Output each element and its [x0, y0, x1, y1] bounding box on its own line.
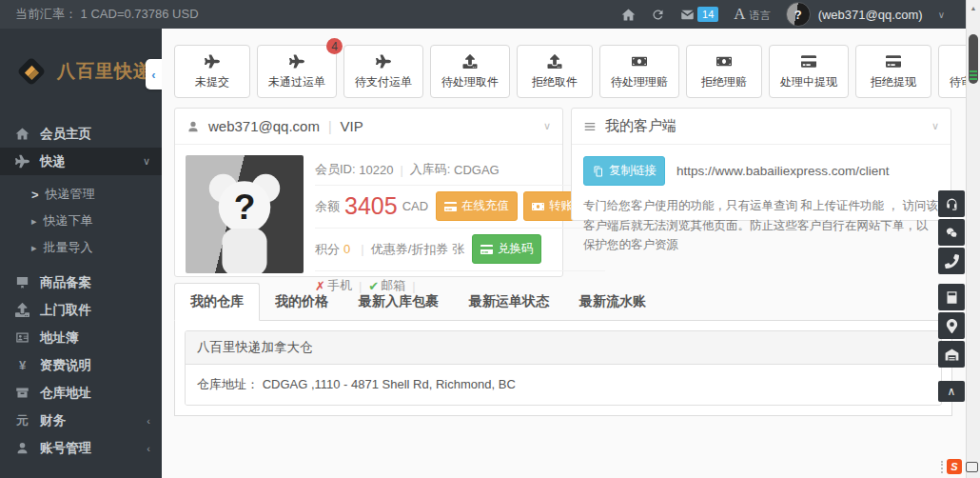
- sidebar-submenu: > 快递管理 ▸ 快递下单 ▸ 批量导入: [0, 175, 162, 269]
- quick-button-unpaid-waybill[interactable]: 待支付运单: [343, 45, 423, 98]
- user-icon: [186, 120, 200, 133]
- plane-icon: [289, 54, 304, 69]
- member-id-row: 会员ID: 10220 | 入库码: CDGAG: [315, 155, 605, 186]
- profile-avatar[interactable]: [186, 155, 304, 273]
- plane-icon: [376, 54, 391, 69]
- sidebar-item-pickup[interactable]: 上门取件: [0, 296, 162, 324]
- ime-drag-handle[interactable]: [941, 461, 943, 473]
- yuan-icon: ¥: [15, 358, 29, 372]
- sidebar-item-address-book[interactable]: 地址簿: [0, 324, 162, 351]
- sidebar-subitem-express-manage[interactable]: > 快递管理: [0, 181, 162, 208]
- client-panel-title: 我的客户端: [605, 117, 676, 135]
- messages-button[interactable]: 14: [680, 7, 718, 22]
- redeem-code-button[interactable]: 兑换码: [472, 234, 542, 264]
- main-content: 未提交 4 未通过运单 待支付运单 待处理取件 拒绝取件 待处理理赔: [162, 29, 966, 478]
- location-button[interactable]: [938, 312, 965, 339]
- calculator-icon: [945, 290, 959, 305]
- online-recharge-button[interactable]: 在线充值: [436, 191, 518, 221]
- sidebar-item-product-record[interactable]: 商品备案: [0, 269, 162, 296]
- quick-button-unsubmitted[interactable]: 未提交: [174, 45, 250, 98]
- sidebar-item-rates[interactable]: ¥ 资费说明: [0, 351, 162, 379]
- quick-button-label: 处理中提现: [780, 74, 837, 90]
- tab-my-warehouse[interactable]: 我的仓库: [174, 283, 260, 321]
- quick-button-pending-claim[interactable]: 待处理理赔: [599, 45, 679, 98]
- warehouse-box-icon: [15, 386, 29, 400]
- chevron-down-icon: ∨: [143, 155, 150, 168]
- sidebar-item-label: 财务: [40, 412, 66, 429]
- client-url[interactable]: https://www.babailiexpress.com/client: [676, 164, 890, 178]
- tab-latest-ledger[interactable]: 最新流水账: [564, 284, 661, 320]
- quick-status-bar: 未提交 4 未通过运单 待支付运单 待处理取件 拒绝取件 待处理理赔: [174, 45, 980, 98]
- arrow-right-icon: ▸: [31, 242, 37, 254]
- warehouse-icon: [945, 348, 959, 362]
- chevron-down-icon[interactable]: ∨: [931, 120, 939, 132]
- ime-toolbar: S: [941, 459, 978, 474]
- arrow-right-icon: ▸: [31, 215, 37, 228]
- sidebar: 八百里快递 会员主页 快递 ∨ > 快递管理 ▸ 快递下单: [0, 29, 162, 478]
- user-icon: [15, 441, 29, 455]
- currency-label: CAD: [402, 199, 428, 213]
- sidebar-item-finance[interactable]: 元 财务 ‹: [0, 407, 162, 434]
- wechat-icon: [945, 226, 959, 240]
- scrollbar-thumb[interactable]: [969, 34, 978, 84]
- sidebar-subitem-batch-import[interactable]: ▸ 批量导入: [0, 234, 162, 261]
- quick-button-processing-withdrawal[interactable]: 处理中提现: [769, 45, 849, 98]
- sidebar-item-member-home[interactable]: 会员主页: [0, 120, 162, 148]
- quick-button-rejected-claim[interactable]: 拒绝理赔: [686, 45, 762, 98]
- topbar: 当前汇率： 1 CAD=0.73786 USD 14 A 语言 ? (web37…: [0, 0, 966, 29]
- back-to-top-button[interactable]: ∧: [938, 381, 965, 402]
- ime-logo[interactable]: S: [947, 459, 962, 474]
- calculator-button[interactable]: [938, 284, 965, 310]
- warehouse-address-value: CDGAG ,1110 - 4871 Shell Rd, Richmond, B…: [263, 377, 516, 391]
- tab-latest-waybill-status[interactable]: 最新运单状态: [454, 284, 564, 320]
- sidebar-item-warehouse-address[interactable]: 仓库地址: [0, 379, 162, 407]
- sidebar-item-label: 商品备案: [40, 274, 91, 291]
- wechat-button[interactable]: [938, 219, 965, 246]
- warehouse-name: 八百里快递加拿大仓: [186, 331, 941, 365]
- avatar[interactable]: ?: [786, 2, 811, 27]
- warehouse-button[interactable]: [938, 341, 965, 368]
- balance-value: 3405: [344, 194, 398, 218]
- ime-tool-icon[interactable]: [966, 462, 978, 472]
- sidebar-item-label: 资费说明: [40, 357, 91, 374]
- address-book-icon: [15, 330, 29, 345]
- points-value: 0: [343, 242, 350, 256]
- quick-button-rejected-withdrawal[interactable]: 拒绝提现: [855, 45, 931, 98]
- sidebar-item-account[interactable]: 账号管理 ‹: [0, 434, 162, 462]
- language-switcher[interactable]: A 语言: [734, 5, 770, 24]
- quick-button-rejected-waybill[interactable]: 4 未通过运单: [257, 45, 337, 98]
- upload-icon: [547, 54, 562, 69]
- tab-latest-inbound[interactable]: 最新入库包裹: [343, 284, 454, 320]
- customer-service-button[interactable]: [938, 190, 965, 217]
- scrollbar-up-arrow[interactable]: ▲: [967, 0, 980, 11]
- tab-my-prices[interactable]: 我的价格: [260, 284, 343, 320]
- quick-button-pending-pickup[interactable]: 待处理取件: [430, 45, 510, 98]
- phone-button[interactable]: [938, 248, 965, 274]
- tab-content: 八百里快递加拿大仓 仓库地址： CDGAG ,1110 - 4871 Shell…: [174, 320, 952, 416]
- brand-logo[interactable]: 八百里快递: [0, 29, 162, 93]
- scrollbar[interactable]: ▲: [966, 0, 980, 478]
- refresh-icon[interactable]: [651, 8, 665, 22]
- notification-badge: 4: [326, 38, 343, 54]
- chevron-down-icon[interactable]: ∨: [543, 120, 551, 132]
- exchange-rate-text: 当前汇率： 1 CAD=0.73786 USD: [15, 6, 199, 23]
- money-icon: [716, 54, 732, 69]
- plane-icon: [205, 54, 220, 69]
- sidebar-item-express[interactable]: 快递 ∨: [0, 148, 162, 175]
- sidebar-menu: 会员主页 快递 ∨ > 快递管理 ▸ 快递下单 ▸ 批量导入: [0, 120, 162, 462]
- topbar-username[interactable]: (web371@qq.com): [818, 8, 923, 22]
- sidebar-subitem-express-order[interactable]: ▸ 快递下单: [0, 208, 162, 234]
- copy-link-button[interactable]: 复制链接: [583, 156, 665, 186]
- certificate-icon: [15, 275, 29, 289]
- topbar-actions: 14 A 语言 ? (web371@qq.com) ∨: [621, 2, 945, 27]
- coupon-label: 优惠券/折扣券: [371, 241, 449, 258]
- home-icon[interactable]: [621, 8, 636, 22]
- chevron-down-icon[interactable]: ∨: [938, 10, 945, 20]
- profile-email: web371@qq.com: [208, 118, 320, 134]
- brand-name: 八百里快递: [57, 59, 152, 84]
- upload-icon: [15, 303, 29, 317]
- sidebar-collapse-button[interactable]: ‹: [146, 59, 162, 90]
- quick-button-rejected-pickup[interactable]: 拒绝取件: [517, 45, 593, 98]
- dashboard-tabs: 我的仓库 我的价格 最新入库包裹 最新运单状态 最新流水账: [174, 283, 661, 320]
- quick-button-label: 未通过运单: [268, 74, 325, 90]
